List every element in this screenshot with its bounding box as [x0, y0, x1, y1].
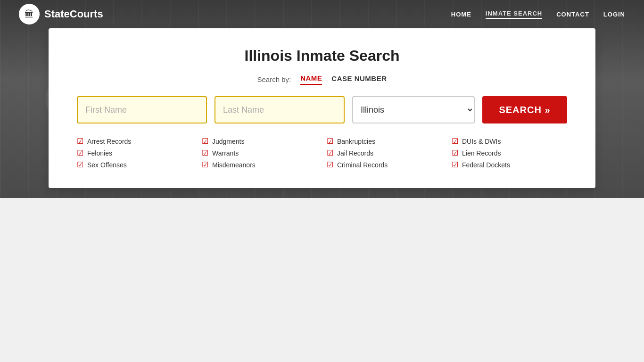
search-by-label: Search by:	[257, 75, 291, 83]
checkbox-item: ☑Felonies	[77, 148, 192, 157]
checkbox-label: Misdemeanors	[212, 161, 256, 169]
checkbox-icon: ☑	[77, 137, 83, 146]
checkbox-label: Federal Dockets	[462, 161, 510, 169]
checkbox-label: Bankruptcies	[337, 138, 375, 145]
search-card-title: Illinois Inmate Search	[77, 47, 567, 65]
checkbox-icon: ☑	[77, 160, 83, 169]
checkbox-item: ☑Lien Records	[452, 148, 567, 157]
checkbox-label: Arrest Records	[87, 138, 131, 145]
checkbox-label: Warrants	[212, 149, 239, 157]
search-button[interactable]: SEARCH »	[482, 96, 567, 123]
checkbox-item: ☑Arrest Records	[77, 137, 192, 146]
checkbox-label: Lien Records	[462, 149, 501, 157]
nav-login[interactable]: LOGIN	[603, 11, 625, 18]
checkboxes-grid: ☑Arrest Records☑Judgments☑Bankruptcies☑D…	[77, 137, 567, 169]
checkbox-item: ☑DUIs & DWIs	[452, 137, 567, 146]
checkbox-icon: ☑	[327, 148, 333, 157]
search-by-row: Search by: NAME CASE NUMBER	[77, 74, 567, 85]
first-name-input[interactable]	[77, 96, 207, 123]
checkbox-label: Criminal Records	[337, 161, 388, 169]
checkbox-item: ☑Criminal Records	[327, 160, 442, 169]
checkbox-icon: ☑	[452, 160, 458, 169]
state-select[interactable]: IllinoisAlabamaAlaskaArizonaArkansasCali…	[352, 96, 475, 123]
checkbox-icon: ☑	[327, 137, 333, 146]
nav-home[interactable]: HOME	[451, 11, 471, 18]
checkbox-item: ☑Warrants	[202, 148, 317, 157]
checkbox-icon: ☑	[202, 137, 208, 146]
navbar-nav: HOME INMATE SEARCH CONTACT LOGIN	[451, 10, 625, 19]
search-inputs-row: IllinoisAlabamaAlaskaArizonaArkansasCali…	[77, 96, 567, 123]
brand[interactable]: 🏛 StateCourts	[19, 4, 103, 25]
checkbox-item: ☑Sex Offenses	[77, 160, 192, 169]
checkbox-item: ☑Bankruptcies	[327, 137, 442, 146]
checkbox-label: Jail Records	[337, 149, 373, 157]
brand-name: StateCourts	[44, 8, 103, 20]
checkbox-label: Judgments	[212, 138, 244, 145]
checkbox-icon: ☑	[77, 148, 83, 157]
checkbox-item: ☑Judgments	[202, 137, 317, 146]
checkbox-icon: ☑	[452, 148, 458, 157]
checkbox-label: Sex Offenses	[87, 161, 127, 169]
tab-name[interactable]: NAME	[300, 74, 322, 85]
checkbox-icon: ☑	[202, 148, 208, 157]
navbar: 🏛 StateCourts HOME INMATE SEARCH CONTACT…	[0, 0, 644, 28]
brand-icon: 🏛	[19, 4, 40, 25]
nav-contact[interactable]: CONTACT	[556, 11, 589, 18]
search-card: Illinois Inmate Search Search by: NAME C…	[49, 28, 595, 188]
hero-section: COURTHOUSE 🏛 StateCourts HOME INMATE SEA…	[0, 0, 644, 198]
checkbox-item: ☑Jail Records	[327, 148, 442, 157]
checkbox-icon: ☑	[452, 137, 458, 146]
checkbox-item: ☑Federal Dockets	[452, 160, 567, 169]
tab-case-number[interactable]: CASE NUMBER	[331, 74, 387, 84]
checkbox-label: DUIs & DWIs	[462, 138, 501, 145]
checkbox-icon: ☑	[202, 160, 208, 169]
nav-inmate-search[interactable]: INMATE SEARCH	[486, 10, 542, 19]
last-name-input[interactable]	[215, 96, 345, 123]
checkbox-item: ☑Misdemeanors	[202, 160, 317, 169]
checkbox-label: Felonies	[87, 149, 112, 157]
checkbox-icon: ☑	[327, 160, 333, 169]
